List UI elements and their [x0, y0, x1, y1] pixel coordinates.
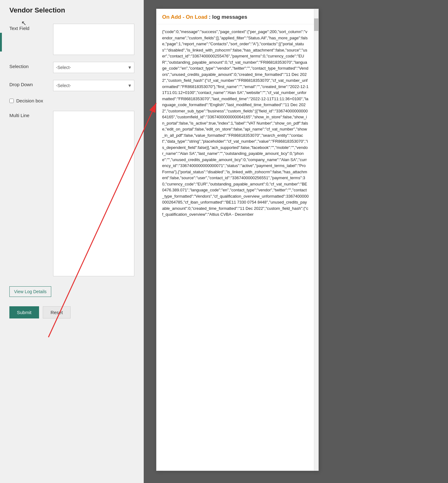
log-header-colon: : [207, 14, 212, 20]
selection-select[interactable]: -Select- [53, 62, 134, 73]
selection-group: Selection -Select- ▼ [9, 62, 134, 73]
multiline-input[interactable] [53, 111, 134, 276]
selection-wrapper: -Select- ▼ [53, 62, 134, 73]
decision-box-label: Decision box [16, 98, 43, 103]
view-log-button[interactable]: View Log Details [9, 286, 51, 297]
text-field-label: Text Field [9, 24, 53, 31]
decision-box-checkbox[interactable] [9, 99, 14, 103]
dropdown-wrapper: -Select- ▼ [53, 80, 134, 91]
log-panel: On Add - On Load : log messages {"code":… [156, 9, 319, 471]
log-content[interactable]: {"code":0,"message":"success","page_cont… [157, 24, 318, 471]
reset-button[interactable]: Reset [43, 306, 71, 318]
log-header: On Add - On Load : log messages [157, 9, 318, 24]
dropdown-label: Drop Down [9, 80, 53, 87]
cursor-icon: ↖ [21, 19, 27, 27]
multiline-label: Multi Line [9, 111, 53, 118]
dropdown-group: Drop Down -Select- ▼ [9, 80, 134, 91]
text-field-input[interactable] [53, 24, 134, 55]
dropdown-select[interactable]: -Select- [53, 80, 134, 91]
form-button-row: Submit Reset [9, 306, 134, 318]
multiline-group: Multi Line [9, 111, 134, 276]
left-panel: Vendor Selection ↖ Text Field Selection … [0, 0, 144, 483]
text-field-group: Text Field [9, 24, 134, 55]
decision-box-group: Decision box [9, 98, 134, 103]
page-title: Vendor Selection [9, 6, 134, 14]
log-header-highlight: On Add - On Load [162, 14, 207, 20]
accent-bar [0, 33, 2, 52]
log-header-title: log messages [212, 14, 247, 20]
submit-button[interactable]: Submit [9, 306, 39, 318]
selection-label: Selection [9, 62, 53, 69]
